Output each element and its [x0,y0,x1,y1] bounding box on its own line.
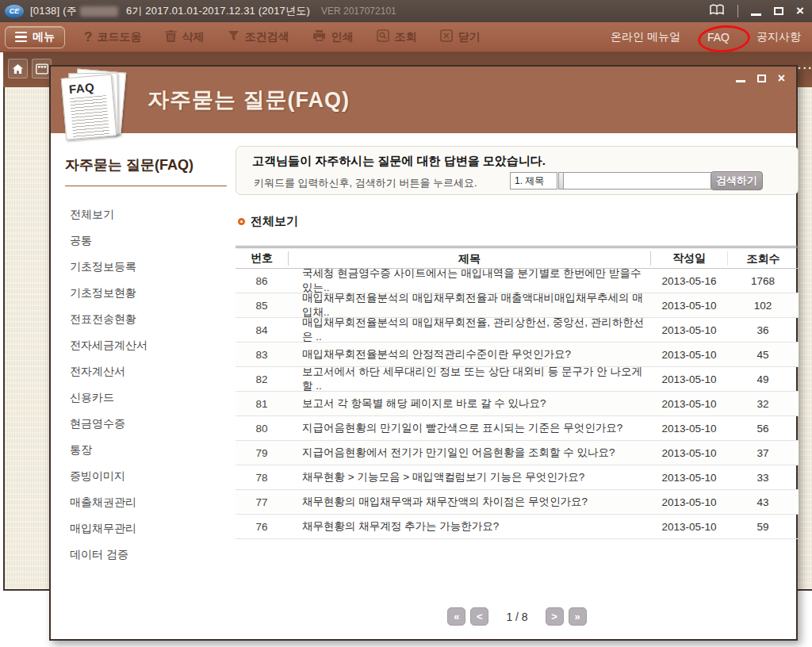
sidebar-item-payables[interactable]: 매입채무관리 [70,515,220,542]
sidebar-item-basic-info-register[interactable]: 기초정보등록 [70,254,220,280]
sidebar-item-all[interactable]: 전체보기 [70,201,220,228]
faq-document-icon: FAQ [62,71,133,140]
row-date: 2013-05-10 [651,521,727,533]
page-title: 자주묻는 질문(FAQ) [147,86,350,114]
faq-close-button[interactable]: × [778,73,785,84]
first-page-button[interactable]: « [447,607,465,626]
row-date: 2013-05-16 [651,275,727,287]
sidebar-item-e-tax-invoice[interactable]: 전자세금계산서 [70,332,220,358]
notice-link[interactable]: 공지사항 [756,30,801,44]
row-title: 채무현황의 채무계정 추가는 가능한가요? [288,519,651,534]
inquiry-label: 조회 [394,30,416,44]
row-title: 지급어음현황의 만기일이 빨간색으로 표시되는 기준은 무엇인가요? [288,421,651,435]
row-date: 2013-05-10 [651,423,727,435]
row-title: 채무현황의 매입채무액과 채무잔액의 차이점은 무엇인가요? [288,495,651,509]
window-title-right: 6기 2017.01.01-2017.12.31 (2017년도) [126,4,310,18]
faq-table: 번호 제목 작성일 조회수 86 국세청 현금영수증 사이트에서는 매입내역을 … [236,246,799,539]
trash-icon [165,29,177,44]
sidebar-category-list: 전체보기 공통 기초정보등록 기초정보현황 전표전송현황 전자세금계산서 전자계… [70,201,220,568]
print-label: 인쇄 [331,30,353,44]
faq-window-header: FAQ 자주묻는 질문(FAQ) × [51,67,796,133]
delete-button[interactable]: 삭제 [165,29,204,44]
sidebar-item-data-validation[interactable]: 데이터 검증 [70,542,220,568]
menu-button[interactable]: 메뉴 [5,26,65,48]
table-row[interactable]: 85 매입채무회전율분석의 매입채무회전율과 매출액대비매입채무추세의 매입채.… [236,293,799,318]
filter-search-button[interactable]: 조건검색 [228,30,289,44]
row-date: 2013-05-10 [651,324,727,336]
column-header-date: 작성일 [651,251,727,266]
sidebar-item-credit-card[interactable]: 신용카드 [70,385,220,411]
codehelp-button[interactable]: ? 코드도움 [84,29,141,45]
faq-maximize-button[interactable] [757,75,766,82]
sidebar-item-common[interactable]: 공통 [70,228,220,254]
home-button[interactable] [8,59,28,78]
row-title: 채무현황 > 기능모음 > 매입액컬럼보기 기능은 무엇인가요? [288,470,651,484]
home-icon [12,63,24,75]
table-row[interactable]: 78 채무현황 > 기능모음 > 매입액컬럼보기 기능은 무엇인가요? 2013… [236,465,799,490]
last-page-button[interactable]: » [569,607,587,626]
table-row[interactable]: 84 매입채무회전율분석의 매입채무회전율, 관리상한선, 중앙선, 관리하한선… [236,318,799,343]
row-date: 2013-05-10 [651,373,727,385]
section-bullet-icon [238,218,245,225]
row-views: 102 [727,300,799,312]
sidebar-item-cash-receipt[interactable]: 현금영수증 [70,411,220,437]
magnifier-icon [377,29,389,44]
sidebar-item-evidence-image[interactable]: 증빙이미지 [70,463,220,489]
funnel-icon [228,30,239,44]
row-views: 43 [727,496,799,508]
hamburger-icon [15,32,27,43]
sidebar-divider [65,186,227,186]
maximize-button[interactable] [774,7,783,15]
titlebar: CE [0138] (주 6기 2017.01.01-2017.12.31 (2… [0,0,812,22]
row-views: 33 [727,472,799,484]
codehelp-label: 코드도움 [97,30,141,44]
row-views: 37 [727,447,799,459]
row-views: 32 [727,398,799,410]
search-button[interactable]: 검색하기 [710,171,763,190]
table-row[interactable]: 76 채무현황의 채무계정 추가는 가능한가요? 2013-05-10 59 [236,515,799,539]
prev-page-button[interactable]: < [470,607,488,626]
help-icon: ? [84,29,92,45]
table-row[interactable]: 79 지급어음현황에서 전기가 만기일인 어음현황을 조회할 수 있나요? 20… [236,441,799,465]
online-manual-link[interactable]: 온라인 메뉴얼 [611,30,680,44]
table-row[interactable]: 86 국세청 현금영수증 사이트에서는 매입내역을 분기별로 한번에만 받을수 … [236,269,799,293]
row-no: 85 [236,300,288,312]
window-title-left: [0138] (주 [30,4,77,18]
table-row[interactable]: 80 지급어음현황의 만기일이 빨간색으로 표시되는 기준은 무엇인가요? 20… [236,416,799,441]
sidebar-item-receivables[interactable]: 매출채권관리 [70,489,220,515]
row-title: 보고서에서 하단 세무대리인 정보 또는 상단 대외비 등 문구가 안 나오게 … [288,365,651,393]
inquiry-button[interactable]: 조회 [377,29,416,44]
sidebar-item-slip-transfer[interactable]: 전표전송현황 [70,306,220,332]
table-row[interactable]: 81 보고서 각 항목별 해당 페이지로 바로 갈 수 있나요? 2013-05… [236,392,799,416]
manual-book-icon[interactable] [709,4,725,18]
row-title: 매입채무회전율분석의 매입채무회전율, 관리상한선, 중앙선, 관리하한선은 .… [288,316,651,344]
pagination: « < 1 / 8 > » [236,607,799,626]
delete-label: 삭제 [182,30,204,44]
close-window-button[interactable]: 닫기 [440,29,480,44]
search-category-select[interactable]: 1. 제목 [510,172,557,190]
faq-minimize-button[interactable] [736,80,745,82]
search-headline: 고객님들이 자주하시는 질문에 대한 답변을 모았습니다. [252,154,546,169]
search-keyword-input[interactable] [563,172,730,190]
sidebar-item-basic-info-status[interactable]: 기초정보현황 [70,280,220,306]
row-title: 보고서 각 항목별 해당 페이지로 바로 갈 수 있나요? [288,396,651,411]
toolbar: 메뉴 ? 코드도움 삭제 조건검색 [0,22,812,52]
table-row[interactable]: 82 보고서에서 하단 세무대리인 정보 또는 상단 대외비 등 문구가 안 나… [236,367,799,392]
print-button[interactable]: 인쇄 [312,29,353,44]
close-button[interactable]: × [796,5,804,17]
row-no: 86 [236,275,288,287]
sidebar-item-bankbook[interactable]: 통장 [70,437,220,463]
table-row[interactable]: 77 채무현황의 매입채무액과 채무잔액의 차이점은 무엇인가요? 2013-0… [236,490,799,515]
tab-list-icon [36,63,48,75]
faq-window: FAQ 자주묻는 질문(FAQ) × 자주묻는 질문(FAQ) 전체보기 공통 … [49,65,798,641]
next-page-button[interactable]: > [546,607,564,626]
printer-icon [312,29,326,44]
faq-link[interactable]: FAQ [707,31,730,44]
titlebar-separator [737,5,738,17]
sidebar-item-e-invoice[interactable]: 전자계산서 [70,358,220,385]
row-date: 2013-05-10 [651,447,727,459]
minimize-button[interactable] [751,13,761,16]
more-button[interactable]: ··· [798,62,812,75]
row-views: 49 [727,373,799,385]
table-row[interactable]: 83 매입채무회전율분석의 안정적관리수준이란 무엇인가요? 2013-05-1… [236,343,799,367]
